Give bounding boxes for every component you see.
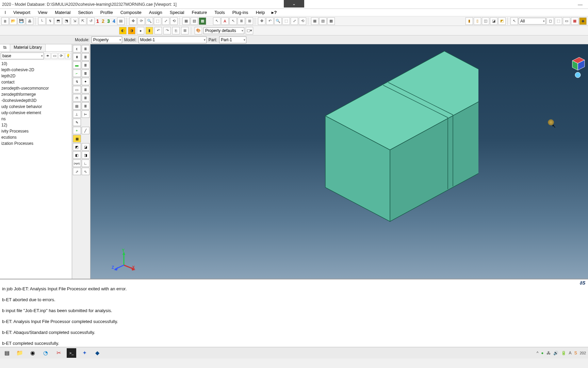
menu-material[interactable]: Material (52, 10, 73, 15)
tree-item[interactable]: lepth-cohesive-2D (1, 67, 70, 73)
tree-item[interactable]: zerodepth-usecommoncor (1, 85, 70, 91)
tool-orientation-manager[interactable]: ✦ (82, 78, 90, 85)
view-1-button[interactable]: 1 (95, 18, 100, 24)
part-combo[interactable]: Part-1 (219, 36, 246, 43)
tree-filter-combo[interactable]: base (1, 52, 44, 59)
terminal-icon[interactable]: >_ (67, 348, 76, 358)
model-geometry[interactable] (206, 48, 478, 239)
dg-button-2[interactable]: ⬚ (555, 17, 562, 25)
chrome-icon[interactable]: ◉ (28, 348, 37, 358)
tree-filter-btn-4[interactable]: 💡 (65, 53, 71, 59)
print-button[interactable]: 🖶 (26, 17, 33, 25)
tool-section-assign-manager[interactable]: ≣ (82, 61, 90, 69)
color-button-4[interactable]: ▮ (146, 27, 153, 34)
tool-cut-1[interactable]: ◩ (73, 143, 81, 151)
tool-create-material[interactable]: ε (73, 45, 81, 52)
tree-item[interactable]: ecutions (1, 134, 70, 140)
tree-item[interactable]: udy-cohesive element (1, 110, 70, 116)
zoom-box-button[interactable]: ⬚ (154, 17, 161, 25)
pan-button[interactable]: ✥ (129, 17, 137, 25)
tray-battery-icon[interactable]: 🔋 (561, 351, 566, 355)
box-dropdown-button[interactable]: ▢▾ (246, 27, 253, 34)
tool-datum-line[interactable]: ╱ (82, 127, 90, 134)
tool-xyz[interactable]: (xyz) (73, 159, 81, 167)
mesh-button-1[interactable]: ▦ (311, 17, 318, 25)
tree-item[interactable]: contact (1, 79, 70, 85)
dg-button-5[interactable]: ◆ (579, 17, 587, 25)
csys-button-2[interactable]: ↯ (46, 17, 54, 25)
save-button[interactable]: 💾 (18, 17, 25, 25)
message-area[interactable]: ∂Sin job Job-ET: Analysis Input File Pro… (0, 279, 588, 347)
render-shaded-button[interactable]: ▦ (182, 17, 190, 25)
view-3-button[interactable]: 3 (106, 18, 111, 24)
menu-special[interactable]: Special (167, 10, 187, 15)
undo-button[interactable]: ↶ (266, 17, 274, 25)
minimize-button[interactable]: — (578, 2, 583, 7)
annotation-button[interactable]: A (221, 17, 229, 25)
mesh-button-2[interactable]: ▧ (319, 17, 327, 25)
tool-partition[interactable]: ▦ (73, 135, 81, 142)
module-combo[interactable]: Property (92, 36, 122, 43)
tool-query-1[interactable]: ⬀ (73, 168, 81, 175)
tree-item[interactable]: zerodepthformerge (1, 91, 70, 97)
model-combo[interactable]: Model-1 (138, 36, 207, 43)
tool-csys[interactable]: ∟ (82, 159, 90, 167)
titlebar-dropdown-pill[interactable]: ⌄ (284, 0, 304, 7)
tool-orientation[interactable]: ↯ (73, 78, 81, 85)
tool-create-section[interactable]: ⬍ (73, 53, 81, 61)
tool-assign-section[interactable]: ▬ (73, 61, 81, 69)
tray-ime-icon[interactable]: A (569, 351, 572, 355)
dg-button-4[interactable]: ▦ (571, 17, 578, 25)
task-view-icon[interactable]: ▤ (2, 348, 12, 358)
selection-arrow-button[interactable]: ↖ (510, 17, 518, 25)
tool-skin[interactable]: ▭ (73, 86, 81, 93)
tool-beam-manager[interactable]: ⊢ (82, 110, 90, 118)
tree-item[interactable]: 10) (1, 61, 70, 67)
tree-filter-btn-2[interactable]: ▭ (51, 53, 58, 59)
menu-plugins[interactable]: Plug-ins (230, 10, 251, 15)
tool-create-profile[interactable]: ⌐ (73, 70, 81, 77)
tray-network-icon[interactable]: 🖧 (546, 351, 551, 355)
open-button[interactable]: 📂 (10, 17, 17, 25)
abaqus-icon[interactable]: ◆ (93, 348, 102, 358)
tree-item[interactable]: 12) (1, 122, 70, 128)
tool-edit[interactable]: ✎ (73, 119, 81, 126)
rotate-button[interactable]: ⟳ (137, 17, 145, 25)
dg-button-1[interactable]: ◻ (546, 17, 554, 25)
menu-assign[interactable]: Assign (146, 10, 165, 15)
displaygroup-add-button[interactable]: ▯ (474, 17, 481, 25)
auto-fit-button[interactable]: ⤢ (291, 17, 298, 25)
pick-button[interactable]: ↖ (229, 17, 237, 25)
undo-button-2[interactable]: ↶ (154, 27, 162, 34)
tree-list[interactable]: 10) lepth-cohesive-2D lepth2D contact ze… (0, 60, 72, 279)
taskbar-clock[interactable]: 202 (580, 351, 586, 355)
perspective-button[interactable]: ▤ (117, 17, 125, 25)
menu-feature[interactable]: Feature (189, 10, 210, 15)
app-icon-1[interactable]: ✦ (80, 348, 89, 358)
list-button[interactable]: ≣ (238, 17, 245, 25)
tab-material-library[interactable]: Material Library (10, 44, 46, 51)
view-2-button[interactable]: 2 (101, 18, 105, 24)
render-wire-button[interactable]: ▧ (191, 17, 198, 25)
tray-chevron-icon[interactable]: ^ (537, 351, 539, 355)
view-cube[interactable] (569, 55, 586, 78)
view-4-button[interactable]: 4 (112, 18, 116, 24)
selection-filter-combo[interactable]: All (519, 18, 546, 25)
tool-section-manager[interactable]: ≣ (82, 53, 90, 61)
file-explorer-icon[interactable]: 📁 (15, 348, 24, 358)
menu-help[interactable]: Help (253, 10, 268, 15)
csys-button-6[interactable]: ⇱ (79, 17, 86, 25)
tree-item[interactable]: -0cohesivedepth3D (1, 97, 70, 104)
render-hidden-button[interactable]: ▩ (199, 17, 206, 25)
tool-stringer-manager[interactable]: ≣ (82, 94, 90, 102)
box-button-2[interactable]: ◪ (490, 17, 497, 25)
menu-tools[interactable]: Tools (212, 10, 227, 15)
menu-viewport[interactable]: Viewport (11, 10, 33, 15)
tree-item[interactable]: ization Processes (1, 140, 70, 147)
menu-file[interactable]: l (2, 10, 9, 15)
move-button[interactable]: ✥ (258, 17, 265, 25)
copy-button[interactable]: ⎘ (172, 27, 180, 34)
tool-cut-3[interactable]: ◧ (73, 151, 81, 159)
mesh-button-3[interactable]: ▩ (327, 17, 335, 25)
tool-composite-layup[interactable]: ▤ (73, 102, 81, 110)
